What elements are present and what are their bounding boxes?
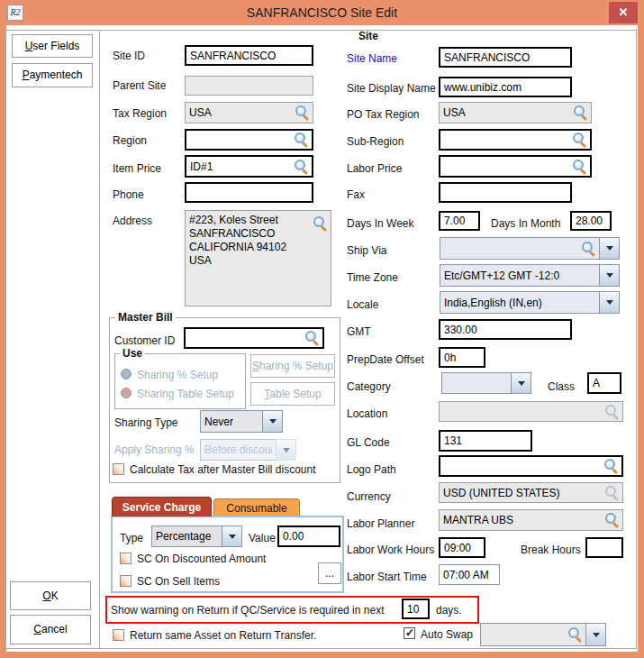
lookup-icon[interactable] [568, 627, 582, 641]
time-zone-dropdown[interactable]: Etc/GMT+12 GMT -12:0 [440, 264, 620, 287]
ok-button[interactable]: OK [10, 581, 91, 610]
title-bar: SANFRANCISCO Site Edit [0, 0, 644, 25]
phone-label: Phone [113, 188, 144, 201]
warning-days-input[interactable]: 10 [402, 599, 430, 619]
lookup-icon[interactable] [605, 513, 619, 526]
days-in-month-label: Days In Month [491, 217, 560, 230]
parent-site-label: Parent Site [113, 79, 166, 92]
fax-input[interactable] [439, 182, 572, 203]
more-options-button[interactable]: ... [318, 562, 341, 584]
return-same-asset-checkbox[interactable] [113, 629, 124, 641]
po-tax-region-label: PO Tax Region [347, 108, 420, 121]
customer-id-label: Customer ID [114, 334, 175, 347]
labor-planner-field: MANTRA UBS [439, 509, 623, 531]
break-hours-input[interactable] [585, 537, 623, 558]
auto-swap-checkbox[interactable] [404, 627, 415, 639]
labor-planner-label: Labor Planner [347, 517, 414, 530]
close-icon[interactable]: ✕ [609, 2, 638, 23]
lookup-icon[interactable] [305, 331, 319, 344]
table-setup-button: Table Setup [250, 382, 335, 406]
warning-text-after: days. [436, 604, 462, 617]
logo-path-input[interactable] [439, 455, 623, 477]
chevron-down-icon[interactable] [599, 237, 620, 260]
lookup-icon[interactable] [295, 160, 308, 173]
sc-discounted-checkbox[interactable] [120, 553, 132, 564]
window-title: SANFRANCISCO Site Edit [0, 0, 644, 25]
chevron-down-icon[interactable] [511, 372, 531, 394]
paymentech-button[interactable]: Paymentech [12, 63, 93, 87]
ship-via-label: Ship Via [347, 244, 386, 257]
prepdate-offset-label: PrepDate Offset [347, 353, 424, 366]
calc-tax-checkbox[interactable] [113, 463, 124, 475]
tab-service-charge[interactable]: Service Charge [112, 497, 212, 516]
sc-discounted-label: SC On Discounted Amount [137, 553, 266, 565]
warning-text-before: Show warning on Return if QC/Service is … [111, 604, 384, 617]
tab-consumable[interactable]: Consumable [213, 498, 300, 516]
gl-code-input[interactable]: 131 [439, 430, 532, 452]
class-input[interactable]: A [587, 372, 621, 394]
app-icon: R2 [7, 5, 23, 21]
sub-region-input[interactable] [439, 129, 592, 151]
lookup-icon[interactable] [295, 105, 309, 119]
sharing-table-radio [121, 388, 132, 398]
locale-value: India,English (IN,en) [440, 291, 599, 314]
lookup-icon[interactable] [573, 160, 586, 173]
sc-type-dropdown[interactable]: Percentage [151, 525, 242, 547]
address-label: Address [113, 215, 152, 227]
site-display-name-input[interactable]: www.unibiz.com [439, 77, 572, 97]
apply-sharing-value: Before discount [200, 439, 276, 461]
tax-region-label: Tax Region [113, 107, 167, 120]
phone-input[interactable] [185, 182, 313, 203]
region-input[interactable] [185, 129, 313, 151]
item-price-label: Item Price [113, 162, 161, 175]
apply-sharing-dropdown: Before discount [200, 439, 296, 461]
locale-dropdown[interactable]: India,English (IN,en) [440, 291, 620, 314]
site-name-input[interactable]: SANFRANCISCO [439, 47, 572, 68]
site-id-input[interactable]: SANFRANCISCO [185, 45, 313, 66]
auto-swap-dropdown[interactable] [480, 623, 606, 646]
lookup-icon[interactable] [295, 133, 308, 146]
sharing-type-dropdown[interactable]: Never [200, 410, 283, 433]
category-dropdown[interactable] [441, 372, 531, 394]
lookup-icon [605, 486, 619, 499]
gmt-input[interactable]: 330.00 [439, 319, 572, 340]
sharing-table-radio-label: Sharing Table Setup [137, 388, 234, 400]
auto-swap-label: Auto Swap [421, 628, 473, 641]
ship-via-dropdown[interactable] [440, 237, 620, 260]
lookup-icon[interactable] [574, 105, 587, 119]
break-hours-label: Break Hours [521, 544, 581, 556]
use-group [114, 353, 246, 409]
lookup-icon[interactable] [573, 133, 586, 146]
sc-value-label: Value [249, 532, 276, 544]
labor-price-input[interactable] [439, 155, 592, 178]
labor-work-hours-input[interactable]: 09:00 [439, 537, 485, 558]
currency-label: Currency [347, 490, 391, 503]
days-in-week-input[interactable]: 7.00 [439, 211, 480, 231]
chevron-down-icon[interactable] [262, 410, 283, 433]
labor-start-time-input[interactable]: 07:00 AM [439, 564, 500, 585]
sc-value-input[interactable]: 0.00 [277, 525, 340, 547]
days-in-month-input[interactable]: 28.00 [570, 211, 612, 231]
chevron-down-icon[interactable] [599, 291, 620, 314]
gl-code-label: GL Code [347, 436, 390, 449]
site-edit-dialog: SANFRANCISCO Site Edit R2 ✕ User Fields … [0, 0, 644, 658]
chevron-down-icon [276, 439, 296, 461]
site-id-label: Site ID [113, 50, 145, 62]
chevron-down-icon[interactable] [599, 264, 620, 287]
cancel-button[interactable]: Cancel [10, 615, 91, 644]
prepdate-offset-input[interactable]: 0h [439, 347, 485, 368]
apply-sharing-label: Apply Sharing % [114, 443, 195, 456]
user-fields-button[interactable]: User Fields [12, 34, 93, 58]
lookup-icon[interactable] [582, 242, 595, 255]
region-label: Region [113, 134, 147, 147]
sc-sell-items-checkbox[interactable] [120, 575, 132, 587]
site-name-label: Site Name [347, 52, 397, 65]
item-price-input[interactable]: ID#1 [185, 155, 313, 178]
parent-site-input [185, 76, 313, 96]
lookup-icon[interactable] [313, 216, 327, 230]
customer-id-input[interactable] [184, 327, 324, 349]
lookup-icon[interactable] [604, 459, 618, 472]
address-textarea[interactable]: #223, Koles Street SANFRANCISCO CALIFORN… [185, 210, 331, 306]
chevron-down-icon[interactable] [222, 525, 242, 547]
chevron-down-icon[interactable] [585, 623, 606, 646]
